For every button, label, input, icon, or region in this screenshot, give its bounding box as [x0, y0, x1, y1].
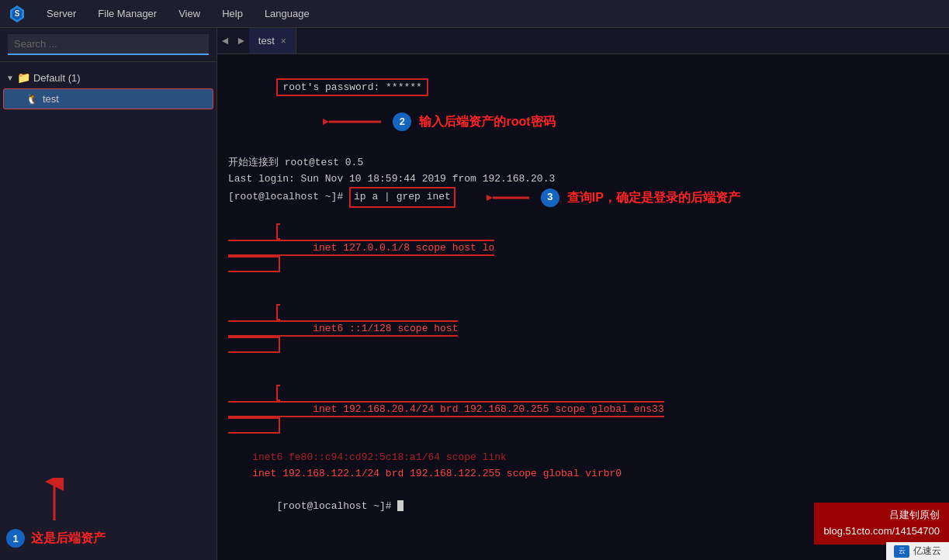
menu-help[interactable]: Help	[213, 5, 252, 22]
app-logo: S	[6, 3, 28, 25]
folder-icon: 📁	[17, 71, 30, 84]
sidebar-tree: ▼ 📁 Default (1) 🐧 test	[0, 62, 216, 517]
annotation-2-container: 2 输入后端资产的root密码	[323, 112, 555, 132]
menu-filemanager[interactable]: File Manager	[88, 5, 166, 22]
main-layout: ▼ 📁 Default (1) 🐧 test 1 这是后端资产	[0, 28, 949, 560]
yisu-label: 亿速云	[913, 544, 941, 558]
search-input[interactable]	[8, 34, 209, 55]
command-box: ip a | grep inet	[349, 187, 455, 208]
terminal-line-connect: 开始连接到 root@test 0.5	[228, 155, 938, 171]
terminal-password-line: root's password: ****** 2 输入后端资产的root密码	[228, 64, 938, 154]
annotation-3-container: 3 查询IP，确定是登录的后端资产	[487, 188, 740, 208]
tab-bar: ◄ ► test ×	[217, 28, 949, 54]
watermark-line1: 吕建钊原创	[823, 507, 940, 524]
terminal-inet6-1: inet6 ::1/128 scope host	[228, 289, 938, 369]
inet1-box: inet 127.0.0.1/8 scope host lo	[228, 223, 494, 272]
annotation-3-text: 查询IP，确定是登录的后端资产	[567, 188, 740, 208]
menu-view[interactable]: View	[169, 5, 210, 22]
inet6-1-box: inet6 ::1/128 scope host	[228, 304, 458, 353]
terminal-inet3: inet 192.168.122.1/24 brd 192.168.122.25…	[228, 466, 938, 482]
annotation-3-number: 3	[541, 188, 559, 207]
terminal[interactable]: root's password: ****** 2 输入后端资产的root密码	[217, 54, 949, 560]
svg-text:S: S	[15, 9, 20, 18]
terminal-inet1: inet 127.0.0.1/8 scope host lo	[228, 208, 938, 289]
yisu-badge: 云 亿速云	[886, 542, 949, 560]
annotation-3-arrow	[487, 188, 533, 207]
tree-group-default[interactable]: ▼ 📁 Default (1)	[0, 68, 216, 87]
collapse-arrow: ▼	[6, 74, 14, 82]
tab-label: test	[258, 35, 275, 47]
linux-icon: 🐧	[26, 93, 38, 105]
tree-item-label: test	[43, 93, 59, 105]
password-box: root's password: ******	[276, 78, 428, 96]
annotation-1-number: 1	[6, 529, 25, 548]
annotation-1-arrow	[43, 478, 66, 524]
cursor	[397, 500, 403, 511]
tree-group-label: Default (1)	[33, 72, 81, 84]
annotation-1-container: 1 这是后端资产	[0, 517, 216, 560]
annotation-2-arrow	[323, 112, 385, 131]
terminal-inet6-2: inet6 fe80::c94:cd92:5c18:a1/64 scope li…	[228, 450, 938, 466]
watermark: 吕建钊原创 blog.51cto.com/14154700	[814, 503, 949, 544]
annotation-1-text: 这是后端资产	[31, 531, 106, 547]
menu-server[interactable]: Server	[37, 5, 85, 22]
terminal-line-cmd: [root@localhost ~]# ip a | grep inet 3 查…	[228, 187, 938, 208]
tab-nav-right[interactable]: ►	[233, 28, 248, 54]
annotation-2-number: 2	[393, 112, 411, 131]
yisu-icon: 云	[894, 545, 909, 558]
terminal-line-login: Last login: Sun Nov 10 18:59:44 2019 fro…	[228, 171, 938, 188]
tree-item-test[interactable]: 🐧 test	[3, 88, 213, 109]
watermark-line2: blog.51cto.com/14154700	[823, 524, 940, 540]
tab-test[interactable]: test ×	[249, 28, 296, 54]
annotation-2-text: 输入后端资产的root密码	[419, 112, 555, 132]
menubar: S Server File Manager View Help Language	[0, 0, 949, 28]
inet2-box: inet 192.168.20.4/24 brd 192.168.20.255 …	[228, 385, 664, 434]
search-bar	[0, 28, 216, 62]
terminal-prompt: [root@localhost ~]#	[228, 189, 349, 206]
terminal-inet2: inet 192.168.20.4/24 brd 192.168.20.255 …	[228, 369, 938, 450]
menu-language[interactable]: Language	[255, 5, 319, 22]
tab-nav-left[interactable]: ◄	[217, 28, 233, 54]
tab-close-button[interactable]: ×	[281, 36, 286, 47]
sidebar: ▼ 📁 Default (1) 🐧 test 1 这是后端资产	[0, 28, 217, 560]
content-area: ◄ ► test × root's password: ******	[217, 28, 949, 560]
